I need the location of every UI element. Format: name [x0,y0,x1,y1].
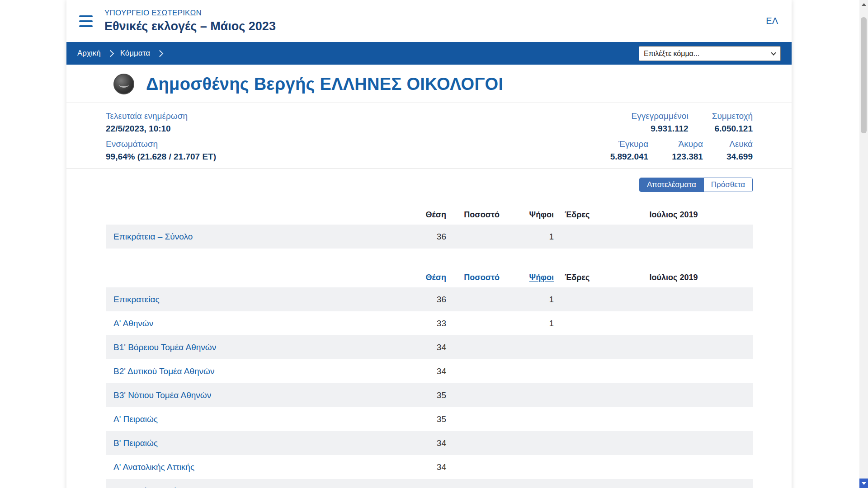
cell-thesi: 34 [392,438,446,448]
tab-group: Αποτελέσματα Πρόσθετα [639,178,753,192]
stats-row-2: Ενσωμάτωση 99,64% (21.628 / 21.707 ΕΤ) Έ… [106,139,753,162]
territory-link[interactable]: Επικράτεια – Σύνολο [106,232,392,242]
party-header: Δημοσθένης Βεργής ΕΛΛΗΝΕΣ ΟΙΚΟΛΟΓΟΙ [66,65,792,103]
valid-value: 5.892.041 [610,152,649,162]
district-link[interactable]: Β2' Δυτικού Τομέα Αθηνών [106,366,392,376]
district-link[interactable]: Β' Δυτικής Αττικής [106,486,392,488]
stats-right-1: Εγγεγραμμένοι 9.931.112 Συμμετοχή 6.050.… [632,111,753,134]
participation-label: Συμμετοχή [712,111,753,121]
cell-thesi: 33 [392,319,446,328]
invalid-label: Άκυρα [672,139,703,149]
district-link[interactable]: Β3' Νότιου Τομέα Αθηνών [106,390,392,400]
breadcrumb-parties[interactable]: Κόμματα [120,49,150,58]
district-link[interactable]: Β' Πειραιώς [106,438,392,448]
last-update-stat: Τελευταία ενημέρωση 22/5/2023, 10:10 [106,111,188,134]
header-edres: Έδρες [554,210,622,220]
table-row[interactable]: Β2' Δυτικού Τομέα Αθηνών 34 [106,359,753,383]
table-row[interactable]: Α' Ανατολικής Αττικής 34 [106,455,753,479]
district-table-header: Θέση Ποσοστό Ψήφοι Έδρες Ιούλιος 2019 [106,267,753,287]
table-row[interactable]: Β' Πειραιώς 34 [106,431,753,455]
registered-value: 9.931.112 [632,124,689,134]
page: ΥΠΟΥΡΓΕΙΟ ΕΣΩΤΕΡΙΚΩΝ Εθνικές εκλογές – Μ… [0,0,868,488]
cell-psifoi: 1 [500,319,554,328]
blank-label: Λευκά [726,139,753,149]
cell-thesi: 34 [392,366,446,376]
last-update-label: Τελευταία ενημέρωση [106,111,188,121]
summary-table-header: Θέση Ποσοστό Ψήφοι Έδρες Ιούλιος 2019 [106,205,753,225]
header-edres: Έδρες [554,273,622,282]
table-row[interactable]: Α' Πειραιώς 35 [106,407,753,431]
district-link[interactable]: Β1' Βόρειου Τομέα Αθηνών [106,343,392,352]
valid-stat: Έγκυρα 5.892.041 [610,139,649,162]
scroll-down-arrow-icon[interactable] [859,479,868,488]
scrollbar-thumb[interactable] [861,17,867,133]
main-content: ΥΠΟΥΡΓΕΙΟ ΕΣΩΤΕΡΙΚΩΝ Εθνικές εκλογές – Μ… [66,0,792,488]
breadcrumb-bar: Αρχική Κόμματα Επιλέξτε κόμμα... [66,42,792,65]
cell-thesi: 36 [392,232,446,242]
party-select[interactable]: Επιλέξτε κόμμα... [639,46,781,61]
table-row[interactable]: Επικρατείας 36 1 [106,287,753,311]
integration-label: Ενσωμάτωση [106,139,216,149]
table-row[interactable]: Επικράτεια – Σύνολο 36 1 [106,225,753,249]
registered-stat: Εγγεγραμμένοι 9.931.112 [632,111,689,134]
integration-stat: Ενσωμάτωση 99,64% (21.628 / 21.707 ΕΤ) [106,139,216,162]
integration-value: 99,64% (21.628 / 21.707 ΕΤ) [106,152,216,162]
party-title: Δημοσθένης Βεργής ΕΛΛΗΝΕΣ ΟΙΚΟΛΟΓΟΙ [146,75,503,94]
stats-row-1: Τελευταία ενημέρωση 22/5/2023, 10:10 Εγγ… [106,111,753,134]
header-thesi: Θέση [392,210,446,220]
table-row[interactable]: Α' Αθηνών 33 1 [106,311,753,335]
party-logo [113,74,134,94]
cell-thesi: 34 [392,462,446,472]
cell-thesi: 35 [392,414,446,424]
page-title: Εθνικές εκλογές – Μάιος 2023 [104,19,276,33]
header-pososto: Ποσοστό [446,210,500,220]
cell-thesi: 34 [392,343,446,352]
blank-stat: Λευκά 34.699 [726,139,753,162]
cell-thesi: 35 [392,390,446,400]
party-select-wrapper: Επιλέξτε κόμμα... [639,46,781,61]
invalid-value: 123.381 [672,152,703,162]
tab-results[interactable]: Αποτελέσματα [640,178,703,192]
stats-right-2: Έγκυρα 5.892.041 Άκυρα 123.381 Λευκά 34.… [610,139,753,162]
site-titles: ΥΠΟΥΡΓΕΙΟ ΕΣΩΤΕΡΙΚΩΝ Εθνικές εκλογές – Μ… [104,9,276,33]
site-header: ΥΠΟΥΡΓΕΙΟ ΕΣΩΤΕΡΙΚΩΝ Εθνικές εκλογές – Μ… [66,0,792,42]
table-row[interactable]: Β1' Βόρειου Τομέα Αθηνών 34 [106,335,753,359]
chevron-right-icon [107,50,114,57]
district-table: Θέση Ποσοστό Ψήφοι Έδρες Ιούλιος 2019 Επ… [106,267,753,488]
header-pososto[interactable]: Ποσοστό [446,273,500,282]
header-psifoi[interactable]: Ψήφοι [500,273,554,282]
ministry-label: ΥΠΟΥΡΓΕΙΟ ΕΣΩΤΕΡΙΚΩΝ [104,9,276,18]
breadcrumb: Αρχική Κόμματα [77,49,162,58]
table-row[interactable]: Β' Δυτικής Αττικής 35 [106,479,753,488]
last-update-value: 22/5/2023, 10:10 [106,124,188,134]
table-row[interactable]: Β3' Νότιου Τομέα Αθηνών 35 [106,383,753,407]
chevron-right-icon [156,50,164,57]
cell-psifoi: 1 [500,295,554,305]
invalid-stat: Άκυρα 123.381 [672,139,703,162]
district-link[interactable]: Α' Πειραιώς [106,414,392,424]
district-link[interactable]: Επικρατείας [106,295,392,305]
scrollbar[interactable] [859,0,868,488]
header-july2019: Ιούλιος 2019 [622,273,726,282]
blank-value: 34.699 [726,152,753,162]
cell-thesi: 35 [392,486,446,488]
view-tabs: Αποτελέσματα Πρόσθετα [66,169,792,192]
cell-psifoi: 1 [500,232,554,242]
language-switcher[interactable]: ΕΛ [766,16,778,26]
district-link[interactable]: Α' Ανατολικής Αττικής [106,462,392,472]
stats-panel: Τελευταία ενημέρωση 22/5/2023, 10:10 Εγγ… [66,103,792,169]
scroll-up-arrow-icon[interactable] [859,0,868,9]
participation-value: 6.050.121 [712,124,753,134]
registered-label: Εγγεγραμμένοι [632,111,689,121]
header-july2019: Ιούλιος 2019 [622,210,726,220]
menu-icon[interactable] [79,14,94,28]
participation-stat: Συμμετοχή 6.050.121 [712,111,753,134]
valid-label: Έγκυρα [610,139,649,149]
district-link[interactable]: Α' Αθηνών [106,319,392,328]
breadcrumb-home[interactable]: Αρχική [77,49,101,58]
cell-thesi: 36 [392,295,446,305]
header-thesi[interactable]: Θέση [392,273,446,282]
summary-table: Θέση Ποσοστό Ψήφοι Έδρες Ιούλιος 2019 Επ… [106,205,753,249]
tab-extra[interactable]: Πρόσθετα [703,178,752,192]
header-psifoi: Ψήφοι [500,210,554,220]
